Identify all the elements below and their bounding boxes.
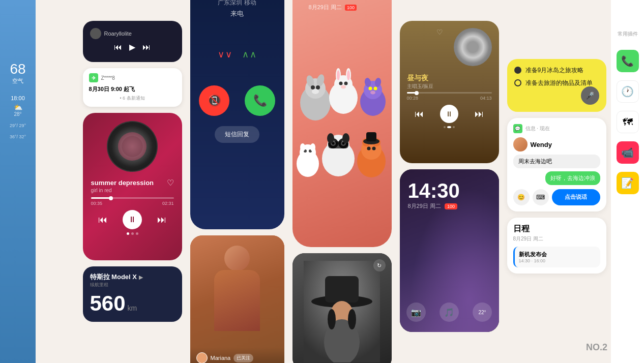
svg-point-39 <box>372 147 375 150</box>
woman-svg <box>304 261 380 362</box>
svg-point-53 <box>328 309 336 329</box>
todo-card: 准备9月冰岛之旅攻略 准备去旅游的物品及清单 🎤 <box>507 59 606 112</box>
prev-button[interactable]: ⏮ <box>114 43 122 52</box>
col-4: 14:30 8月29日 周二 100 📷 <box>292 0 392 363</box>
col-6: 准备9月冰岛之旅攻略 准备去旅游的物品及清单 🎤 💬 信息 · 现在 Wendy… <box>507 59 606 274</box>
dots-indicator <box>91 232 174 235</box>
schedule-event-name: 新机发布会 <box>519 251 596 258</box>
camera-lock-button[interactable]: 📷 <box>406 302 426 322</box>
weather-temp: 68 <box>10 61 25 77</box>
progress2-dot <box>415 91 419 95</box>
todo-text-1: 准备9月冰岛之旅攻略 <box>525 66 584 75</box>
todo-text-2: 准备去旅游的物品及清单 <box>525 79 593 87</box>
next-track[interactable]: ⏭ <box>157 215 166 225</box>
rotate-icon[interactable]: ↻ <box>373 259 386 271</box>
call-buttons: 📵 📞 <box>199 85 275 116</box>
photo-avatar <box>196 352 208 363</box>
right-panel-label: 常用插件 <box>618 31 638 38</box>
svg-point-20 <box>368 87 372 90</box>
tesla-model: 特斯拉 Model X <box>90 273 137 282</box>
phone-time-bar: 14:30 8月29日 周二 100 📷 <box>292 0 392 19</box>
svg-point-15 <box>341 85 346 89</box>
temp-display: 22° <box>478 310 486 315</box>
tesla-subtitle: 续航里程 <box>90 282 175 288</box>
music2-artist: 主唱玉/振豆 <box>407 83 492 90</box>
music-artist-name: Roaryllolite <box>104 31 132 37</box>
music-lock-button[interactable]: 🎵 <box>440 302 459 322</box>
schedule-card: 日程 8月29日 周二 新机发布会 14:30 · 16:00 <box>507 218 606 274</box>
tesla-arrow[interactable]: ▶ <box>139 274 143 281</box>
play-button[interactable]: ▶ <box>129 42 135 52</box>
lock-live-badge: 100 <box>445 203 457 209</box>
svg-point-4 <box>311 85 315 89</box>
svg-point-47 <box>310 143 315 152</box>
music2-card: ♡ 昼与夜 主唱玉/振豆 00:28 04:13 ⏮ ⏸ ⏭ <box>400 21 499 163</box>
svg-point-21 <box>373 87 377 90</box>
right-icon-video[interactable]: 📹 <box>617 141 639 164</box>
player2-controls: ⏮ ⏸ ⏭ <box>407 105 492 123</box>
right-icon-clock[interactable]: 🕐 <box>617 80 639 103</box>
time-total: 02:31 <box>162 201 174 206</box>
woman-bg: ↻ <box>292 253 392 363</box>
decline-button[interactable]: 📵 <box>199 85 229 116</box>
schedule-date: 8月29日 周二 <box>513 235 600 243</box>
pause2-button[interactable]: ⏸ <box>440 105 458 123</box>
temp-lock-button[interactable]: 22° <box>473 302 492 322</box>
prev2-button[interactable]: ⏮ <box>415 109 424 119</box>
msg-header: 💬 信息 · 现在 <box>513 124 600 133</box>
notif-header: ✈ Z****8 <box>89 73 176 82</box>
msg-sender-row: Wendy <box>513 137 600 152</box>
characters-svg <box>292 19 392 247</box>
weather-range2: 36°/ 32° <box>10 134 26 139</box>
lockscreen-card: 14:30 8月29日 周二 100 📷 🎵 22° <box>400 169 499 332</box>
call-arrows: ∨∨ ∧∧ <box>218 49 256 60</box>
time2-current: 00:28 <box>407 96 419 101</box>
album-art <box>454 28 492 66</box>
speak-button[interactable]: 点击说话 <box>552 189 600 205</box>
notif-app-icon: ✈ <box>89 73 98 82</box>
lock-actions: 📷 🎵 22° <box>400 302 499 322</box>
tesla-unit: km <box>128 304 137 312</box>
right-icon-notes[interactable]: 📝 <box>617 172 639 194</box>
svg-point-12 <box>347 70 350 80</box>
next-button[interactable]: ⏭ <box>142 43 151 52</box>
keyboard-button[interactable]: ⌨ <box>533 189 549 205</box>
right-icon-map[interactable]: 🗺 <box>617 111 639 133</box>
music-player-card: summer depression ♡ girl in red 00:35 02… <box>83 113 182 260</box>
pause-button[interactable]: ⏸ <box>123 210 142 229</box>
todo-radio-2[interactable] <box>514 79 521 86</box>
phone-date: 8月29日 周二 100 <box>301 4 365 16</box>
svg-point-54 <box>348 309 356 329</box>
svg-point-14 <box>344 82 347 85</box>
photo-follow-badge[interactable]: 已关注 <box>233 354 253 362</box>
progress2-bar <box>407 92 492 94</box>
accept-button[interactable]: 📞 <box>245 85 275 116</box>
weather-time1: 18:00 <box>11 95 25 101</box>
progress-bar <box>91 197 174 199</box>
music2-heart[interactable]: ♡ <box>436 28 443 36</box>
todo-radio-1[interactable] <box>514 67 521 74</box>
msg-avatar <box>513 137 528 152</box>
photo-bg <box>190 235 284 363</box>
svg-point-38 <box>367 147 370 150</box>
phone-time: 14:30 <box>301 0 365 4</box>
next2-button[interactable]: ⏭ <box>475 109 484 119</box>
svg-point-11 <box>337 70 340 80</box>
song-heart-icon[interactable]: ♡ <box>167 178 174 188</box>
msg-bubble-received: 周末去海边吧 <box>513 155 600 168</box>
schedule-event-time: 14:30 · 16:00 <box>519 258 596 263</box>
music-controls: ⏮ ▶ ⏭ <box>90 42 175 52</box>
right-icons-panel: 常用插件 📞 🕐 🗺 📹 📝 <box>611 0 644 363</box>
prev-track[interactable]: ⏮ <box>98 215 107 225</box>
emoji-button[interactable]: 😊 <box>513 189 530 205</box>
msg-bubble-sent: 好呀，去海边冲浪 <box>545 171 600 185</box>
tesla-title-row: 特斯拉 Model X ▶ <box>90 273 175 282</box>
lock-date: 8月29日 周二 100 <box>408 202 491 210</box>
caller-location: 广东深圳 移动 <box>218 0 256 7</box>
mic-button[interactable]: 🎤 <box>581 86 599 105</box>
right-icon-phone[interactable]: 📞 <box>617 50 639 72</box>
vinyl-art <box>107 121 158 172</box>
tesla-range-number: 560 <box>90 291 126 316</box>
sms-reply-button[interactable]: 短信回复 <box>215 126 259 143</box>
photo-username: Mariana <box>211 355 231 361</box>
